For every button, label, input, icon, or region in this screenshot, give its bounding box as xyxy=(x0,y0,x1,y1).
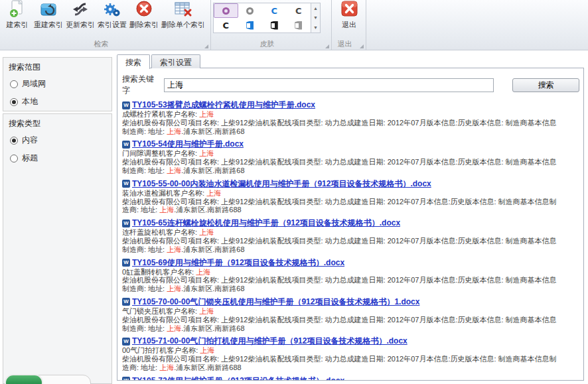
result-title-row: WTY105-53摇臂总成螺栓拧紧机使用与维护手册.docx xyxy=(122,100,579,110)
result-title-row: WTY105-55-00-00内装油水道检漏机使用与维护手册（912项目设备技术… xyxy=(122,179,579,189)
index-settings-button[interactable]: 索引设置 xyxy=(96,1,128,30)
result-title-row: WTY105-69使用与维护手册（912项目设备技术规格书）.docx xyxy=(122,258,579,268)
radio-option-标题[interactable]: 标题 xyxy=(10,153,106,164)
radio-option-局域网[interactable]: 局域网 xyxy=(10,78,106,90)
ribbon-group-label: 检索 xyxy=(0,39,202,49)
result-snippet-line2: 柴油机股份有限公司项目名称: 上柴912柴油机装配线项目类型: 动力总成建造日期… xyxy=(122,198,579,206)
result-item: WTY105-72使用与维护手册（912项目设备技术规格书）.docx xyxy=(122,376,579,381)
word-document-icon: W xyxy=(122,141,130,149)
result-snippet-line3: 制造商: 地址: 上海.浦东新区.南新路68 xyxy=(122,127,579,136)
result-snippet-line1: 成螺栓拧紧机客户名称: 上海 xyxy=(122,110,579,119)
result-snippet-line1: 气门锁夹压机客户名称: 上海 xyxy=(122,307,579,316)
radio-icon xyxy=(10,137,18,145)
result-snippet-line1: 00气门拍打机客户名称: 上海 xyxy=(122,346,579,355)
skin-7-icon[interactable] xyxy=(262,18,287,32)
result-link[interactable]: TY105-54使用与维护手册.docx xyxy=(132,139,244,149)
ribbon-group-skins: CCC ▲ ▼ ▼ 皮肤 xyxy=(211,0,332,50)
highlight-keyword: 上海 xyxy=(167,166,181,174)
skin-8-icon[interactable] xyxy=(287,18,311,32)
result-item: WTY105-65连杆螺栓旋松机使用与维护手册（912项目设备技术规格书）.do… xyxy=(122,218,579,253)
create-index-button[interactable]: 建索引 xyxy=(2,1,33,30)
ribbon: 建索引 重建索引 更新索引 xyxy=(0,0,588,50)
skin-3-icon[interactable]: C xyxy=(262,3,287,18)
highlight-keyword: 上海 xyxy=(167,285,181,292)
ribbon-group-exit: 退出 退出 xyxy=(332,0,366,50)
ribbon-group-label: 皮肤 xyxy=(211,39,323,49)
result-link[interactable]: TY105-65连杆螺栓旋松机使用与维护手册（912项目设备技术规格书）.doc… xyxy=(132,218,400,228)
skin-1-icon[interactable] xyxy=(214,3,238,18)
highlight-keyword: 上海 xyxy=(196,268,210,276)
search-button[interactable]: 搜索 xyxy=(512,78,579,92)
radio-option-本地[interactable]: 本地 xyxy=(10,96,106,107)
table-delete-icon xyxy=(173,0,193,19)
highlight-keyword: 上海 xyxy=(200,346,214,354)
result-item: WTY105-71-00-00气门拍打机使用与维护手册（912项目设备技术规格书… xyxy=(122,336,579,371)
radio-option-内容[interactable]: 内容 xyxy=(10,135,106,146)
search-keyword-input[interactable] xyxy=(164,78,494,92)
highlight-keyword: 上海 xyxy=(159,206,174,214)
search-type-options: 内容标题 xyxy=(9,135,106,164)
gallery-down-icon[interactable]: ▼ xyxy=(313,15,318,20)
radio-icon xyxy=(10,155,18,162)
result-snippet-line3: 制造商: 地址: 上海.浦东新区.南新路68 xyxy=(122,324,579,333)
result-snippet-line3: 制造商: 地址: 上海.浦东新区.南新路68 xyxy=(122,245,579,254)
skin-4-icon[interactable]: C xyxy=(287,3,311,18)
radio-icon xyxy=(10,80,18,88)
highlight-keyword: 上海 xyxy=(159,363,174,371)
drive-refresh-icon xyxy=(38,0,58,19)
search-scope-box: 搜索范围 局域网本地 xyxy=(3,57,112,111)
update-index-button[interactable]: 更新索引 xyxy=(64,1,96,30)
results-list: WTY105-53摇臂总成螺栓拧紧机使用与维护手册.docx成螺栓拧紧机客户名称… xyxy=(122,100,579,381)
result-link[interactable]: TY105-53摇臂总成螺栓拧紧机使用与维护手册.docx xyxy=(132,100,315,110)
skin-6-icon[interactable] xyxy=(238,18,263,32)
skin-glyph xyxy=(222,7,230,15)
result-snippet-line3: 制造商: 地址: 上海.浦东新区.南新路68 xyxy=(122,166,579,175)
word-document-icon: W xyxy=(122,298,130,306)
delete-single-index-button[interactable]: 删除单个索引 xyxy=(160,1,206,30)
result-link[interactable]: TY105-55-00-00内装油水道检漏机使用与维护手册（912项目设备技术规… xyxy=(132,179,431,189)
exit-button[interactable]: 退出 xyxy=(334,1,364,30)
exit-icon xyxy=(339,0,359,19)
dialog-launcher-icon[interactable] xyxy=(325,44,329,48)
tab-search[interactable]: 搜索 xyxy=(117,54,150,69)
result-link[interactable]: TY105-71-00-00气门拍打机使用与维护手册（912项目设备技术规格书）… xyxy=(132,336,407,346)
main-panel: 搜索 索引设置 搜索关键字 搜索 WTY105-53摇臂总成螺栓拧紧机使用与维护… xyxy=(117,54,584,381)
skin-2-icon[interactable] xyxy=(238,3,263,18)
rebuild-index-button[interactable]: 重建索引 xyxy=(33,1,64,30)
result-snippet-line2: 柴油机股份有限公司项目名称: 上柴912柴油机装配线项目类型: 动力总成建造日期… xyxy=(122,158,579,166)
skin-glyph xyxy=(271,21,278,30)
skin-glyph: C xyxy=(271,7,277,15)
floating-green-button[interactable] xyxy=(5,374,43,384)
result-snippet-line1: 连杆盖旋松机客户名称: 上海 xyxy=(122,228,579,237)
gears-icon xyxy=(102,0,122,19)
result-snippet-line1: 0缸盖翻转机客户名称: 上海 xyxy=(122,268,579,277)
result-title-row: WTY105-71-00-00气门拍打机使用与维护手册（912项目设备技术规格书… xyxy=(122,336,579,346)
radio-label: 标题 xyxy=(22,153,38,164)
skin-gallery: CCC xyxy=(213,3,311,33)
tab-index-settings[interactable]: 索引设置 xyxy=(151,54,200,68)
highlight-keyword: 上海 xyxy=(206,189,221,197)
gallery-expand-icon[interactable]: ▼ xyxy=(313,25,318,30)
skin-glyph: C xyxy=(295,7,302,15)
highlight-keyword: 上海 xyxy=(199,228,214,236)
delete-index-button[interactable]: 删除索引 xyxy=(128,1,160,30)
tab-strip: 搜索 索引设置 xyxy=(117,54,584,68)
result-snippet-line3: 造商: 地址: 上海.浦东新区.南新路688 xyxy=(122,363,579,372)
dialog-launcher-icon[interactable] xyxy=(360,44,364,48)
result-link[interactable]: TY105-70-00-00气门锁夹压机使用与维护手册（912项目设备技术规格书… xyxy=(132,297,419,307)
update-arrows-icon xyxy=(70,0,90,19)
dialog-launcher-icon[interactable] xyxy=(204,44,208,48)
highlight-keyword: 上海 xyxy=(167,127,181,135)
highlight-keyword: 上海 xyxy=(199,307,214,315)
result-title-row: WTY105-54使用与维护手册.docx xyxy=(122,139,579,149)
search-type-title: 搜索类型 xyxy=(9,118,106,129)
result-snippet-line2: 柴油机股份有限公司项目名称: 上柴912柴油机装配线项目类型: 动力总成建造日期… xyxy=(122,237,579,245)
skin-5-icon[interactable]: C xyxy=(214,18,238,32)
result-snippet-line2: 柴油机股份有限公司项目名称: 上柴912柴油机装配线项目类型: 动力总成建造日期… xyxy=(122,316,579,324)
gallery-up-icon[interactable]: ▲ xyxy=(313,6,318,11)
search-scope-options: 局域网本地 xyxy=(9,78,106,107)
search-row: 搜索关键字 搜索 xyxy=(122,74,579,96)
result-link[interactable]: TY105-69使用与维护手册（912项目设备技术规格书）.docx xyxy=(132,258,344,268)
word-document-icon: W xyxy=(122,338,130,346)
result-link[interactable]: TY105-72使用与维护手册（912项目设备技术规格书）.docx xyxy=(132,376,344,381)
